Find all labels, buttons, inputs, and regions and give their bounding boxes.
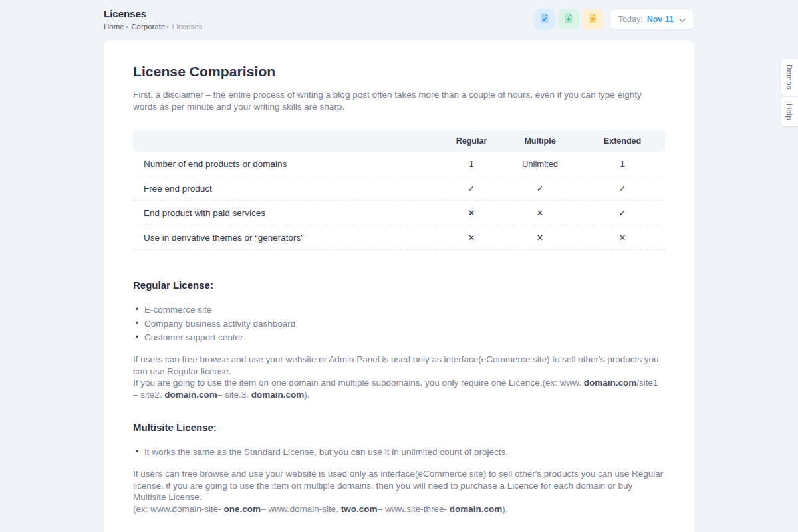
- cell-value: Unlimited: [500, 159, 580, 169]
- row-label: End product with paid services: [133, 208, 443, 218]
- comparison-table: Regular Multiple Extended Number of end …: [133, 130, 665, 250]
- paragraph: If users can free browse and use your we…: [133, 468, 665, 503]
- check-icon: ✓: [580, 184, 665, 194]
- breadcrumb-separator: •: [126, 23, 128, 31]
- check-icon: ✓: [580, 208, 665, 218]
- check-icon: ✓: [443, 184, 500, 194]
- page-title: Licenses: [104, 8, 202, 19]
- comparison-table-header: Regular Multiple Extended: [133, 130, 665, 152]
- top-header: Licenses Home•Corporate•Licenses: [104, 0, 694, 40]
- paragraph: (ex: www.domain-site- one.com– www.domai…: [133, 503, 665, 515]
- table-row: Use in derivative themes or “generators”…: [133, 225, 665, 250]
- breadcrumb-item: Licenses: [172, 23, 202, 31]
- section-heading-main: License Comparision: [133, 64, 665, 80]
- cross-icon: ✕: [500, 233, 580, 243]
- bullet-list: It works the same as the Standard Licens…: [133, 445, 665, 459]
- table-row: Number of end products or domains1Unlimi…: [133, 152, 665, 176]
- cell-value: 1: [443, 159, 500, 169]
- file-check-button[interactable]: [534, 9, 555, 30]
- breadcrumb-item[interactable]: Corporate: [131, 23, 165, 31]
- bullet-list: E-commerce siteCompany business activity…: [133, 303, 665, 344]
- chevron-down-icon: [679, 13, 686, 25]
- row-label: Free end product: [133, 184, 443, 194]
- cross-icon: ✕: [500, 208, 580, 218]
- table-row: End product with paid services✕✕✓: [133, 201, 665, 225]
- column-header-regular: Regular: [443, 136, 500, 146]
- file-plus-button[interactable]: [558, 9, 579, 30]
- section-heading: Regular License:: [133, 279, 665, 291]
- help-tab[interactable]: Help: [781, 97, 798, 126]
- date-picker[interactable]: Today: Nov 11: [610, 9, 694, 30]
- row-label: Number of end products or domains: [133, 159, 443, 169]
- breadcrumb-item[interactable]: Home: [104, 23, 124, 31]
- header-actions: Today: Nov 11: [531, 9, 694, 30]
- comparison-table-body: Number of end products or domains1Unlimi…: [133, 152, 665, 250]
- date-picker-label: Today:: [618, 15, 643, 24]
- file-check-icon: [539, 13, 550, 26]
- file-lines-button[interactable]: [582, 9, 603, 30]
- check-icon: ✓: [500, 184, 580, 194]
- list-item: Customer support center: [133, 331, 665, 344]
- cross-icon: ✕: [443, 208, 500, 218]
- file-lines-icon: [587, 13, 598, 26]
- license-section: Multisite License:It works the same as t…: [133, 422, 665, 515]
- section-paragraphs: If users can free browse and use your we…: [133, 354, 665, 400]
- cell-value: 1: [580, 159, 665, 169]
- row-label: Use in derivative themes or “generators”: [133, 233, 443, 243]
- file-plus-icon: [563, 13, 574, 26]
- license-sections: Regular License:E-commerce siteCompany b…: [133, 279, 665, 532]
- breadcrumb: Home•Corporate•Licenses: [104, 23, 202, 31]
- title-block: Licenses Home•Corporate•Licenses: [104, 8, 202, 31]
- column-header-multiple: Multiple: [500, 136, 580, 146]
- demos-tab[interactable]: Demos: [781, 59, 798, 96]
- list-item: Company business activity dashboard: [133, 317, 665, 331]
- breadcrumb-separator: •: [166, 23, 169, 31]
- intro-text: First, a disclaimer – the entire process…: [133, 89, 665, 113]
- column-header-extended: Extended: [580, 136, 665, 146]
- paragraph: If users can free browse and use your we…: [133, 354, 665, 377]
- section-paragraphs: If users can free browse and use your we…: [133, 468, 665, 515]
- section-heading: Multisite License:: [133, 422, 665, 433]
- paragraph: If you are going to use the item on one …: [133, 377, 665, 400]
- cross-icon: ✕: [443, 233, 500, 243]
- date-picker-value: Nov 11: [647, 15, 674, 24]
- cross-icon: ✕: [580, 233, 665, 243]
- content-card: License Comparision First, a disclaimer …: [104, 40, 694, 532]
- list-item: It works the same as the Standard Licens…: [133, 445, 665, 459]
- table-row: Free end product✓✓✓: [133, 176, 665, 201]
- list-item: E-commerce site: [133, 303, 665, 317]
- license-section: Regular License:E-commerce siteCompany b…: [133, 279, 665, 400]
